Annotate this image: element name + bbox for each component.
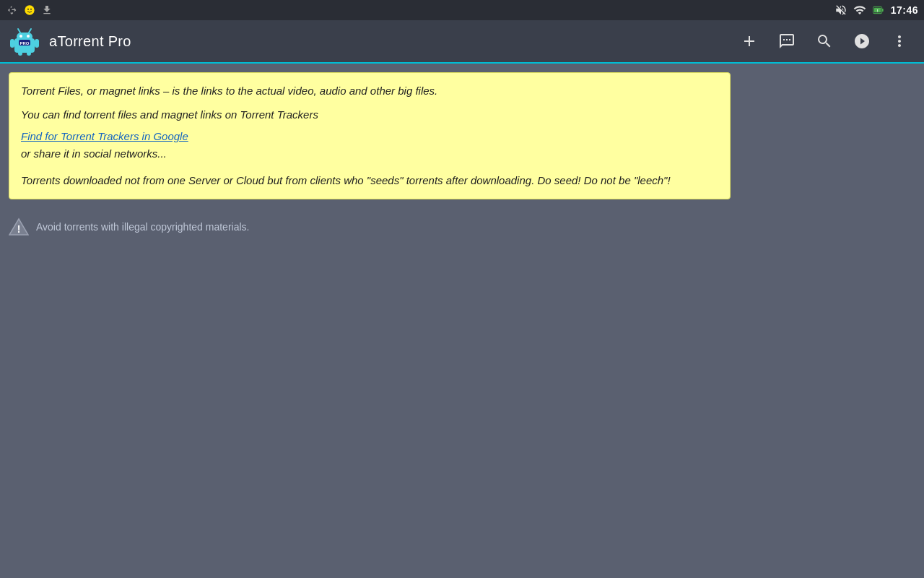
info-card: Torrent Files, or magnet links – is the … <box>9 72 731 199</box>
svg-line-12 <box>29 29 31 33</box>
svg-rect-13 <box>10 39 14 48</box>
svg-text:PRO: PRO <box>19 41 29 46</box>
search-button[interactable] <box>808 25 840 57</box>
warning-notice: ! Avoid torrents with illegal copyrighte… <box>9 217 249 237</box>
status-right-icons: ! 17:46 <box>834 4 918 17</box>
mute-icon <box>834 4 847 17</box>
svg-rect-5 <box>881 9 883 12</box>
find-trackers-link[interactable]: Find for Torrent Trackers in Google <box>21 130 188 142</box>
info-line3: or share it in social networks... <box>21 146 718 163</box>
warning-icon: ! <box>9 217 29 237</box>
svg-rect-14 <box>35 39 39 48</box>
svg-point-0 <box>25 5 34 14</box>
svg-point-10 <box>27 35 30 38</box>
svg-text:!: ! <box>876 9 878 13</box>
status-bar: ! 17:46 <box>0 0 924 20</box>
add-button[interactable] <box>733 25 765 57</box>
svg-rect-16 <box>27 51 31 56</box>
info-line1: Torrent Files, or magnet links – is the … <box>21 83 718 100</box>
usb-icon <box>6 4 19 17</box>
svg-point-1 <box>27 9 29 10</box>
play-button[interactable] <box>846 25 878 57</box>
svg-text:!: ! <box>17 223 21 235</box>
svg-rect-15 <box>18 51 22 56</box>
app-logo: PRO <box>9 25 40 57</box>
main-content: Torrent Files, or magnet links – is the … <box>0 64 924 578</box>
wifi-icon <box>853 4 866 17</box>
torrent-list-button[interactable] <box>771 25 803 57</box>
status-left-icons <box>6 4 53 17</box>
info-line2: You can find torrent files and magnet li… <box>21 107 718 124</box>
app-title: aTorrent Pro <box>49 33 733 50</box>
svg-line-11 <box>18 29 20 33</box>
warning-text: Avoid torrents with illegal copyrighted … <box>36 221 249 233</box>
svg-point-9 <box>19 35 22 38</box>
app-bar: PRO aTorrent Pro <box>0 20 924 64</box>
more-options-button[interactable] <box>884 25 915 57</box>
status-time: 17:46 <box>891 4 918 16</box>
info-line4: Torrents downloaded not from one Server … <box>21 173 718 189</box>
battery-icon: ! <box>872 4 885 17</box>
battery-charging-icon <box>23 4 36 17</box>
toolbar-actions <box>733 25 915 57</box>
download-icon <box>40 4 53 17</box>
svg-point-2 <box>30 9 32 10</box>
